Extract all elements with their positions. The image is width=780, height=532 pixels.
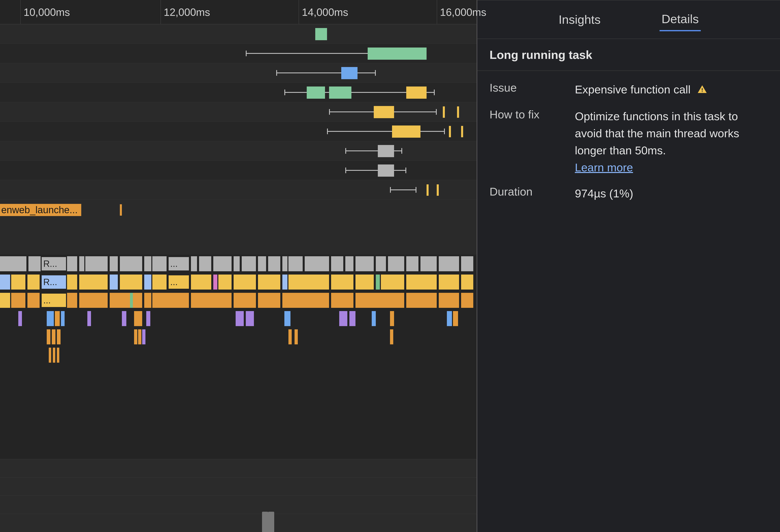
- timeline-sliver[interactable]: [449, 126, 451, 137]
- flame-block[interactable]: [439, 256, 459, 271]
- flame-block[interactable]: [142, 329, 145, 344]
- flame-block[interactable]: [110, 256, 118, 271]
- flame-block[interactable]: [295, 329, 298, 344]
- flame-block[interactable]: [79, 274, 108, 289]
- flame-block[interactable]: ...: [168, 275, 189, 289]
- track-row[interactable]: [0, 180, 477, 200]
- flame-block[interactable]: [355, 293, 404, 308]
- flame-block[interactable]: [258, 293, 280, 308]
- flame-block[interactable]: [0, 256, 27, 271]
- timeline-sliver[interactable]: [461, 126, 463, 137]
- flame-block[interactable]: [439, 274, 459, 289]
- flame-block[interactable]: [331, 274, 353, 289]
- flame-block[interactable]: [152, 293, 189, 308]
- flame-block[interactable]: [421, 256, 437, 271]
- flame-block[interactable]: [55, 311, 60, 326]
- flame-block[interactable]: [258, 274, 280, 289]
- track-row[interactable]: enweb_launche...: [0, 200, 477, 218]
- flame-block[interactable]: [339, 311, 347, 326]
- flame-block[interactable]: [110, 293, 142, 308]
- tab-details[interactable]: Details: [660, 8, 701, 31]
- timeline-block[interactable]: [392, 125, 421, 138]
- flame-block[interactable]: [406, 293, 437, 308]
- timeline-pane[interactable]: 10,000ms 12,000ms 14,000ms 16,000ms: [0, 0, 477, 532]
- flame-block[interactable]: [218, 274, 232, 289]
- timeline-block[interactable]: [307, 87, 325, 99]
- flame-block[interactable]: [406, 256, 419, 271]
- flame-block[interactable]: [146, 311, 150, 326]
- flame-block[interactable]: [152, 274, 166, 289]
- flame-block[interactable]: [120, 256, 142, 271]
- flame-block[interactable]: [246, 311, 254, 326]
- flame-block[interactable]: [191, 274, 211, 289]
- flame-block[interactable]: [461, 256, 473, 271]
- timeline-sliver[interactable]: [443, 106, 445, 118]
- flame-block[interactable]: [0, 274, 10, 289]
- timeline-sliver[interactable]: [427, 184, 429, 196]
- flame-block[interactable]: [134, 311, 142, 326]
- launcher-chip[interactable]: enweb_launche...: [0, 204, 81, 216]
- timeline-sliver[interactable]: [457, 106, 459, 118]
- learn-more-link[interactable]: Learn more: [575, 161, 633, 174]
- flame-block[interactable]: [234, 256, 240, 271]
- flame-block[interactable]: [18, 311, 22, 326]
- flame-block[interactable]: [191, 293, 232, 308]
- flame-block[interactable]: R...: [42, 275, 66, 289]
- timeline-block[interactable]: [341, 67, 357, 79]
- flame-block[interactable]: [390, 329, 393, 344]
- flame-block[interactable]: [234, 274, 256, 289]
- track-row[interactable]: [0, 83, 477, 102]
- flame-block[interactable]: [49, 348, 51, 363]
- flame-block[interactable]: [134, 329, 137, 344]
- time-ruler[interactable]: 10,000ms 12,000ms 14,000ms 16,000ms: [0, 0, 477, 24]
- track-row[interactable]: [0, 161, 477, 180]
- flame-block[interactable]: [282, 256, 287, 271]
- timeline-block[interactable]: [378, 164, 394, 177]
- flame-block[interactable]: [242, 256, 256, 271]
- flame-block[interactable]: [57, 348, 59, 363]
- timeline-sliver[interactable]: [437, 184, 439, 196]
- flame-block[interactable]: [213, 274, 217, 289]
- flame-block[interactable]: [345, 256, 353, 271]
- flame-block[interactable]: [122, 311, 126, 326]
- flame-block[interactable]: [57, 329, 60, 344]
- flame-block[interactable]: [282, 293, 329, 308]
- flame-block[interactable]: [213, 256, 232, 271]
- flame-block[interactable]: [79, 293, 108, 308]
- flame-block[interactable]: [67, 293, 77, 308]
- flame-block[interactable]: [0, 293, 10, 308]
- flame-block[interactable]: [305, 256, 329, 271]
- flame-block[interactable]: [331, 293, 353, 308]
- bottom-panel[interactable]: [0, 459, 477, 532]
- flame-block[interactable]: [152, 256, 166, 271]
- flame-block[interactable]: [87, 311, 91, 326]
- track-row[interactable]: [0, 141, 477, 161]
- flame-block[interactable]: [47, 311, 54, 326]
- flame-block[interactable]: [372, 311, 376, 326]
- flame-block[interactable]: [376, 256, 386, 271]
- flame-block[interactable]: [67, 256, 77, 271]
- flame-block[interactable]: [453, 311, 458, 326]
- flame-block[interactable]: [439, 293, 459, 308]
- flame-block[interactable]: [79, 256, 84, 271]
- flame-block[interactable]: [67, 274, 77, 289]
- flame-block[interactable]: [144, 274, 151, 289]
- flame-block[interactable]: [53, 348, 55, 363]
- flame-block[interactable]: [288, 329, 292, 344]
- flame-block[interactable]: [191, 256, 197, 271]
- flame-block[interactable]: [144, 256, 151, 271]
- flame-block[interactable]: [461, 274, 473, 289]
- flame-block[interactable]: [390, 311, 394, 326]
- scrub-handle[interactable]: [268, 512, 274, 532]
- flame-block[interactable]: [138, 329, 141, 344]
- flame-block[interactable]: [52, 329, 55, 344]
- flame-block[interactable]: [282, 274, 287, 289]
- flame-block[interactable]: [120, 274, 142, 289]
- flame-block[interactable]: R...: [42, 257, 66, 270]
- timeline-block[interactable]: [329, 87, 351, 99]
- flame-block[interactable]: [28, 274, 40, 289]
- flame-block[interactable]: [406, 274, 437, 289]
- flame-block[interactable]: [461, 293, 473, 308]
- wave-row[interactable]: [0, 514, 477, 532]
- timeline-block[interactable]: [368, 48, 427, 60]
